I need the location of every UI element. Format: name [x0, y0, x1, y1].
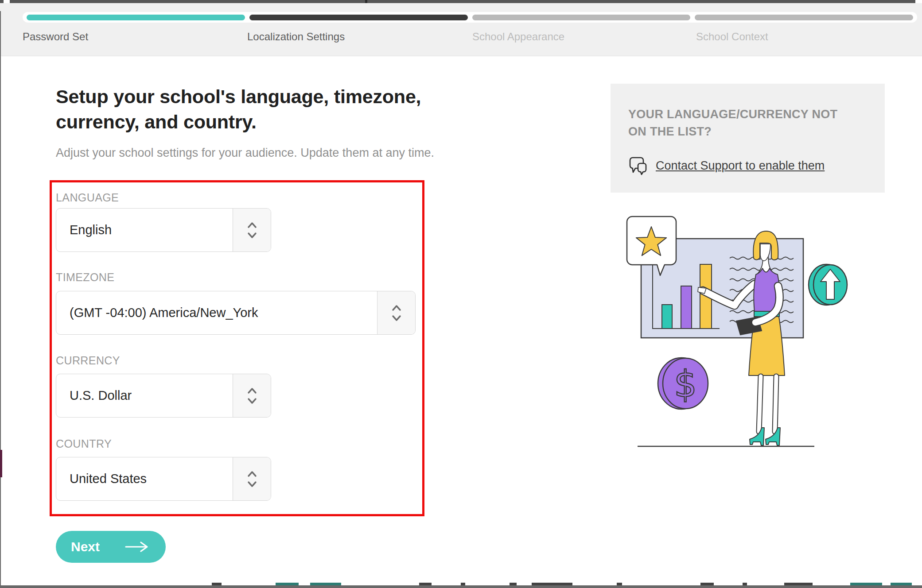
- window-bottom-edge: [0, 585, 922, 588]
- right-arrow-icon: [125, 541, 151, 553]
- page-title: Setup your school's language, timezone, …: [56, 84, 455, 135]
- currency-label: CURRENCY: [56, 354, 120, 367]
- timezone-value: (GMT -04:00) America/New_York: [56, 291, 377, 334]
- wizard-header: Password Set Localization Settings Schoo…: [0, 3, 922, 56]
- step-label-password-set: Password Set: [23, 31, 88, 43]
- onboarding-page: Password Set Localization Settings Schoo…: [0, 0, 922, 588]
- country-select[interactable]: United States: [56, 457, 271, 501]
- background-sliver: [0, 450, 2, 477]
- up-arrow-coin: [809, 264, 847, 305]
- wizard-progress-bar: [23, 12, 917, 23]
- presentation-illustration: $: [620, 208, 868, 456]
- next-button[interactable]: Next: [56, 531, 166, 563]
- next-button-label: Next: [71, 539, 100, 554]
- timezone-chevron-box: [377, 291, 415, 334]
- language-chevron-box: [233, 209, 271, 251]
- support-link-row: Contact Support to enable them: [628, 155, 867, 176]
- chevron-up-down-icon: [245, 221, 259, 240]
- step-label-school-appearance: School Appearance: [472, 31, 564, 43]
- dollar-coin: $: [658, 358, 708, 409]
- support-info-panel: YOUR LANGUAGE/CURRENCY NOT ON THE LIST? …: [611, 84, 885, 193]
- country-chevron-box: [233, 457, 271, 500]
- language-label: LANGUAGE: [56, 191, 119, 204]
- window-edge-gap: [4, 0, 10, 3]
- support-panel-title: YOUR LANGUAGE/CURRENCY NOT ON THE LIST?: [628, 106, 850, 140]
- chevron-up-down-icon: [390, 304, 403, 322]
- language-select[interactable]: English: [56, 208, 271, 252]
- contact-support-link[interactable]: Contact Support to enable them: [656, 159, 825, 173]
- localization-form-highlight-box: LANGUAGE English TIMEZONE (GMT -04:00) A…: [50, 180, 424, 516]
- chat-bubbles-icon: [628, 155, 649, 176]
- page-subtitle: Adjust your school settings for your aud…: [56, 146, 434, 160]
- progress-segment-password-set: [27, 15, 245, 20]
- progress-segment-localization-settings: [249, 15, 468, 20]
- window-edge-strip: [0, 0, 915, 3]
- country-value: United States: [56, 457, 233, 500]
- step-label-school-context: School Context: [696, 31, 768, 43]
- currency-chevron-box: [233, 374, 271, 417]
- currency-select[interactable]: U.S. Dollar: [56, 374, 271, 418]
- timezone-select[interactable]: (GMT -04:00) America/New_York: [56, 291, 416, 335]
- chevron-up-down-icon: [245, 470, 259, 488]
- timezone-label: TIMEZONE: [56, 271, 114, 284]
- currency-value: U.S. Dollar: [56, 374, 233, 417]
- language-value: English: [56, 209, 233, 251]
- dollar-sign: $: [674, 363, 697, 405]
- step-label-localization-settings: Localization Settings: [247, 31, 345, 43]
- chevron-up-down-icon: [245, 387, 259, 405]
- window-left-edge: [0, 11, 1, 585]
- progress-segment-school-context: [695, 15, 913, 20]
- country-label: COUNTRY: [56, 437, 112, 450]
- progress-segment-school-appearance: [472, 15, 691, 20]
